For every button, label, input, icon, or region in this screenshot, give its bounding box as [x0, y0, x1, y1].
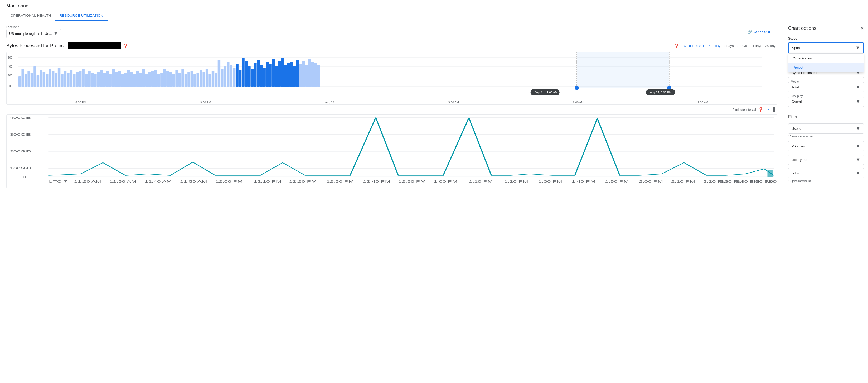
refresh-button[interactable]: ↻ REFRESH: [683, 44, 704, 48]
side-panel: Chart options × Scope Span ▼ Organizatio…: [784, 21, 868, 383]
app-container: Monitoring OPERATIONAL HEALTH RESOURCE U…: [0, 0, 868, 383]
tab-operational-health[interactable]: OPERATIONAL HEALTH: [6, 11, 55, 21]
svg-rect-94: [290, 62, 293, 87]
time-option-30days[interactable]: 30 days: [765, 44, 777, 48]
svg-rect-61: [191, 71, 193, 87]
svg-rect-17: [58, 67, 60, 87]
priorities-chevron-icon: ▼: [856, 144, 860, 149]
group-by-dropdown[interactable]: Overall ▼: [788, 96, 864, 107]
svg-rect-9: [33, 66, 36, 87]
svg-rect-41: [130, 72, 133, 87]
time-option-7days[interactable]: 7 days: [737, 44, 747, 48]
svg-rect-80: [248, 66, 250, 87]
svg-rect-75: [233, 67, 236, 87]
svg-rect-29: [94, 74, 96, 87]
jobs-filter-hint: 10 jobs maximum: [788, 179, 864, 182]
svg-rect-74: [230, 65, 232, 87]
tab-resource-utilization[interactable]: RESOURCE UTILIZATION: [55, 11, 107, 21]
svg-rect-28: [91, 73, 94, 87]
job-types-filter-dropdown[interactable]: Job Types ▼: [788, 154, 864, 165]
x-label-150: 1:50 PM: [605, 180, 629, 183]
svg-rect-23: [76, 72, 79, 87]
x-label-1210: 12:10 PM: [254, 180, 281, 183]
chart-controls: ❓ ↻ REFRESH ✓ 1 day 3 days 7 days 14 day…: [674, 43, 777, 48]
svg-rect-68: [212, 71, 214, 87]
scope-label: Scope: [788, 37, 864, 40]
priorities-filter-label: Priorities: [792, 144, 805, 148]
svg-rect-4: [19, 77, 21, 87]
svg-rect-45: [142, 68, 145, 87]
bars: [19, 58, 320, 87]
svg-rect-35: [112, 68, 115, 87]
svg-rect-91: [281, 58, 284, 87]
project-name-redacted: [68, 42, 121, 49]
metric-section: Metric Total ▼: [788, 82, 864, 92]
location-select[interactable]: US (multiple regions in Un... ▼: [6, 29, 61, 38]
users-filter-hint: 10 users maximum: [788, 135, 864, 138]
svg-rect-43: [136, 71, 139, 87]
job-types-filter-label: Job Types: [792, 158, 807, 162]
help-icon[interactable]: ❓: [674, 43, 679, 48]
close-button[interactable]: ×: [861, 25, 864, 31]
span-option-project[interactable]: Project: [788, 63, 864, 72]
svg-rect-48: [151, 71, 154, 87]
line-y-100: 100GiB: [10, 167, 31, 170]
span-dropdown[interactable]: Span ▼: [788, 42, 864, 53]
chart-title-help-icon[interactable]: ❓: [123, 43, 128, 48]
svg-rect-51: [160, 73, 163, 87]
drag-handle-start[interactable]: [575, 86, 579, 90]
x-label-1140: 11:40 AM: [145, 180, 172, 183]
svg-rect-76: [236, 64, 238, 87]
svg-rect-89: [275, 66, 278, 87]
svg-rect-103: [317, 65, 320, 87]
svg-rect-42: [133, 74, 136, 87]
app-title: Monitoring: [6, 3, 862, 9]
svg-rect-5: [21, 68, 24, 87]
line-y-0: 0: [23, 175, 26, 179]
main-layout: Location * US (multiple regions in Un...…: [0, 21, 868, 383]
svg-rect-59: [185, 74, 187, 87]
location-row: Location * US (multiple regions in Un...…: [6, 25, 777, 38]
interval-help-icon[interactable]: ❓: [758, 107, 763, 112]
x-label-1240: 12:40 PM: [363, 180, 391, 183]
job-types-chevron-icon: ▼: [856, 157, 860, 163]
line-chart-polyline: [48, 118, 774, 175]
users-filter-dropdown[interactable]: Users ▼: [788, 123, 864, 134]
svg-rect-69: [215, 73, 217, 87]
svg-rect-84: [260, 65, 262, 87]
time-option-1day[interactable]: ✓ 1 day: [708, 44, 720, 48]
x-label-1200: 12:00 PM: [215, 180, 243, 183]
svg-rect-46: [145, 74, 148, 87]
svg-rect-55: [173, 74, 175, 87]
svg-rect-56: [175, 70, 178, 87]
x-label-200: 2:00 PM: [639, 180, 663, 183]
svg-rect-31: [100, 70, 102, 87]
time-option-3days[interactable]: 3 days: [723, 44, 734, 48]
svg-rect-20: [67, 73, 69, 87]
svg-rect-92: [284, 65, 287, 87]
svg-rect-71: [221, 68, 223, 87]
svg-rect-82: [254, 63, 256, 87]
x-label-140: 1:40 PM: [572, 180, 596, 183]
x-label-1250: 12:50 PM: [398, 180, 426, 183]
svg-rect-63: [197, 73, 199, 87]
line-chart-icon[interactable]: 〜: [766, 107, 770, 112]
svg-rect-6: [25, 74, 27, 87]
span-option-organization[interactable]: Organization: [788, 54, 864, 63]
svg-rect-7: [27, 71, 30, 87]
metric-dropdown[interactable]: Total ▼: [788, 82, 864, 92]
svg-rect-102: [314, 63, 317, 87]
group-by-chevron-icon: ▼: [856, 99, 860, 105]
x-label-120: 1:20 PM: [504, 180, 528, 183]
divider: [788, 111, 864, 111]
svg-rect-13: [45, 74, 48, 87]
bar-chart-icon[interactable]: ▐: [772, 107, 775, 112]
time-option-14days[interactable]: 14 days: [750, 44, 762, 48]
checkmark-icon: ✓: [708, 44, 711, 48]
svg-rect-33: [106, 71, 108, 87]
priorities-filter-wrapper: Priorities ▼: [788, 141, 864, 151]
jobs-filter-dropdown[interactable]: Jobs ▼: [788, 168, 864, 178]
copy-url-button[interactable]: 🔗 COPY URL: [747, 29, 771, 34]
svg-rect-70: [218, 60, 220, 87]
priorities-filter-dropdown[interactable]: Priorities ▼: [788, 141, 864, 151]
